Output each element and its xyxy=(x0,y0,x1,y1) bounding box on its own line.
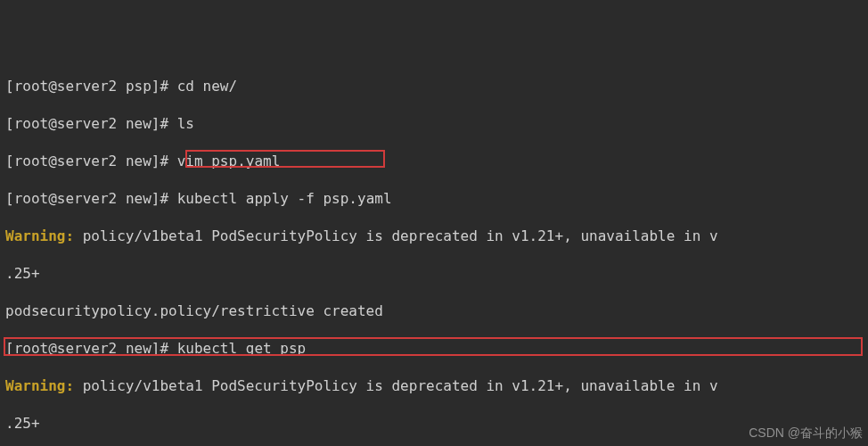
prompt-line-3: [root@server2 new]# vim psp.yaml xyxy=(5,152,863,170)
created-line: podsecuritypolicy.policy/restrictive cre… xyxy=(5,301,863,320)
prompt-line-1: [root@server2 psp]# cd new/ xyxy=(5,77,863,95)
command-input[interactable]: vim psp.yaml xyxy=(177,153,281,169)
command-input[interactable]: kubectl get psp xyxy=(177,340,307,357)
command-input[interactable]: kubectl apply -f psp.yaml xyxy=(177,190,392,207)
prompt-line-4: [root@server2 new]# kubectl apply -f psp… xyxy=(5,189,863,208)
prompt-line-5: [root@server2 new]# kubectl get psp xyxy=(5,339,863,358)
command-input[interactable]: cd new/ xyxy=(177,78,237,95)
prompt-line-2: [root@server2 new]# ls xyxy=(5,114,863,133)
warning-line-1: Warning: policy/v1beta1 PodSecurityPolic… xyxy=(5,227,863,245)
warning-line-2: Warning: policy/v1beta1 PodSecurityPolic… xyxy=(5,376,863,395)
warning-line-2b: .25+ xyxy=(5,414,863,433)
watermark: CSDN @奋斗的小猴 xyxy=(749,424,863,442)
warning-line-1b: .25+ xyxy=(5,264,863,283)
command-input[interactable]: ls xyxy=(177,115,194,132)
